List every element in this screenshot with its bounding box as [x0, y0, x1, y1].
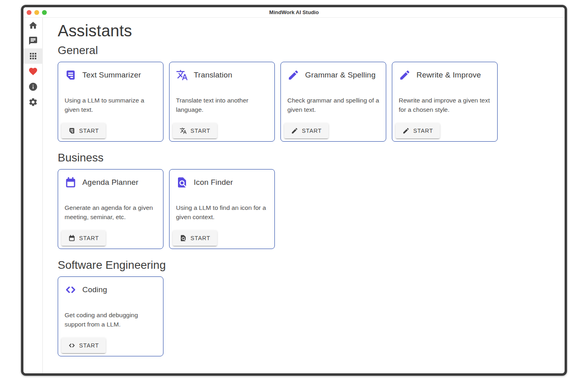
card-header: Agenda Planner: [58, 170, 163, 188]
pencil-icon: [402, 127, 410, 134]
start-button[interactable]: START: [284, 123, 329, 138]
chat-icon: [28, 36, 38, 46]
sidebar: [23, 18, 43, 373]
section-heading-business: Business: [58, 151, 557, 164]
card-description: Translate text into another language.: [169, 96, 274, 114]
sidebar-item-settings[interactable]: [23, 94, 43, 110]
app-window: MindWork AI Studio Assistants: [21, 5, 567, 376]
icon-finder-icon: [176, 176, 188, 188]
card-description: Rewrite and improve a given text for a c…: [392, 96, 497, 114]
pencil-icon: [287, 69, 299, 81]
code-icon: [65, 284, 77, 296]
heart-icon: [28, 67, 38, 76]
home-icon: [28, 21, 38, 30]
card-row-software-engineering: Coding Get coding and debugging support …: [58, 276, 557, 356]
pencil-icon: [291, 127, 298, 134]
translate-icon: [176, 69, 188, 81]
start-button[interactable]: START: [173, 230, 217, 246]
card-description: Get coding and debugging support from a …: [58, 310, 163, 329]
start-button-label: START: [302, 128, 322, 134]
main-content: Assistants General Text Summarizer Using…: [43, 18, 565, 373]
calendar-icon: [68, 234, 75, 242]
start-button[interactable]: START: [61, 338, 106, 353]
sidebar-item-favorites[interactable]: [23, 64, 43, 79]
text-summarizer-icon: [65, 69, 77, 81]
translate-icon: [180, 127, 187, 134]
start-button[interactable]: START: [395, 123, 440, 138]
card-row-general: Text Summarizer Using a LLM to summarize…: [58, 62, 557, 142]
pencil-icon: [399, 69, 411, 81]
apps-grid-icon: [28, 51, 38, 61]
assistant-card-text-summarizer: Text Summarizer Using a LLM to summarize…: [58, 62, 163, 142]
card-row-business: Agenda Planner Generate an agenda for a …: [58, 169, 557, 249]
start-button-label: START: [79, 235, 99, 241]
assistant-card-grammar-spelling: Grammar & Spelling Check grammar and spe…: [280, 62, 386, 142]
start-button[interactable]: START: [61, 123, 106, 138]
card-title: Rewrite & Improve: [416, 71, 481, 80]
start-button[interactable]: START: [173, 123, 217, 138]
card-header: Rewrite & Improve: [392, 62, 497, 81]
calendar-icon: [65, 176, 77, 188]
start-button-label: START: [413, 128, 433, 134]
assistant-card-icon-finder: Icon Finder Using a LLM to find an icon …: [169, 169, 275, 249]
zoom-button[interactable]: [42, 10, 47, 15]
card-description: Generate an agenda for a given meeting, …: [58, 203, 163, 222]
card-header: Translation: [169, 62, 274, 81]
page-title: Assistants: [58, 22, 557, 40]
window-title: MindWork AI Studio: [269, 9, 319, 15]
sidebar-item-chat[interactable]: [23, 33, 43, 48]
start-button-label: START: [190, 128, 210, 134]
card-title: Translation: [194, 71, 232, 80]
sidebar-item-about[interactable]: [23, 79, 43, 94]
assistant-card-coding: Coding Get coding and debugging support …: [58, 276, 163, 356]
card-title: Text Summarizer: [82, 71, 141, 80]
section-heading-software-engineering: Software Engineering: [58, 259, 557, 272]
assistant-card-translation: Translation Translate text into another …: [169, 62, 275, 142]
section-heading-general: General: [58, 44, 557, 57]
close-button[interactable]: [27, 10, 31, 15]
assistant-card-rewrite-improve: Rewrite & Improve Rewrite and improve a …: [392, 62, 498, 142]
start-button-label: START: [79, 342, 99, 349]
sidebar-item-assistants[interactable]: [23, 48, 43, 64]
start-button-label: START: [79, 128, 99, 134]
gear-icon: [28, 97, 38, 107]
code-icon: [68, 342, 75, 349]
card-header: Grammar & Spelling: [281, 62, 386, 81]
card-description: Check grammar and spelling of a given te…: [281, 96, 386, 114]
card-title: Grammar & Spelling: [305, 71, 376, 80]
start-button[interactable]: START: [61, 230, 106, 246]
card-title: Coding: [82, 285, 107, 294]
card-description: Using a LLM to find an icon for a given …: [169, 203, 274, 222]
traffic-lights: [27, 10, 47, 15]
card-header: Coding: [58, 277, 163, 296]
card-title: Icon Finder: [194, 178, 233, 187]
assistant-card-agenda-planner: Agenda Planner Generate an agenda for a …: [58, 169, 163, 249]
icon-finder-icon: [180, 234, 187, 242]
card-header: Icon Finder: [169, 170, 274, 188]
card-description: Using a LLM to summarize a given text.: [58, 96, 163, 114]
start-button-label: START: [190, 235, 210, 241]
title-bar: MindWork AI Studio: [23, 7, 565, 18]
text-summarizer-icon: [68, 127, 75, 134]
info-icon: [28, 82, 38, 92]
minimize-button[interactable]: [34, 10, 39, 15]
card-header: Text Summarizer: [58, 62, 163, 81]
sidebar-item-home[interactable]: [23, 18, 43, 33]
card-title: Agenda Planner: [82, 178, 138, 187]
